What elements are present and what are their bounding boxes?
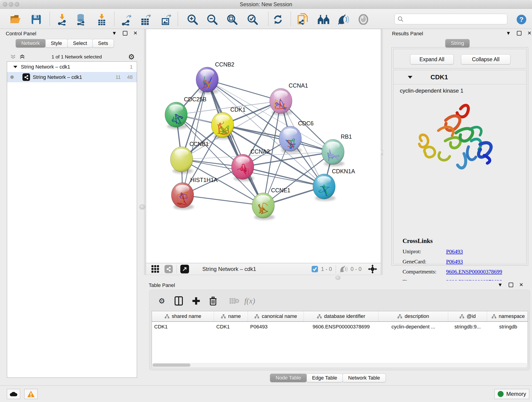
export-network-button[interactable] bbox=[120, 13, 133, 26]
genecard-link[interactable]: P06493 bbox=[446, 259, 463, 265]
cell-database-identifier[interactable]: 9606.ENSP00000378699 bbox=[304, 324, 379, 330]
network-badge-icon[interactable] bbox=[165, 265, 173, 273]
warnings-button[interactable] bbox=[24, 389, 38, 399]
tab-network[interactable]: Network bbox=[16, 39, 46, 48]
help-button[interactable]: ? bbox=[515, 13, 528, 26]
control-panel-menu-icon[interactable]: ▼ bbox=[112, 31, 117, 36]
delete-table-icon[interactable] bbox=[228, 295, 240, 307]
show-columns-icon[interactable] bbox=[173, 295, 185, 307]
network-node-rb1[interactable]: RB1 bbox=[322, 133, 352, 166]
table-panel-menu-icon[interactable]: ▼ bbox=[498, 282, 503, 287]
open-in-window-icon[interactable] bbox=[180, 265, 189, 274]
control-panel-float-icon[interactable] bbox=[123, 31, 127, 36]
cell-namespace[interactable]: stringdb bbox=[487, 324, 529, 330]
zoom-out-button[interactable] bbox=[206, 13, 219, 26]
table-options-gear-icon[interactable]: ⚙ bbox=[156, 295, 168, 307]
cell-name[interactable]: CDK1 bbox=[214, 324, 248, 330]
column-header-namespace[interactable]: namespace bbox=[487, 311, 529, 321]
pan-crosshair-icon[interactable] bbox=[367, 264, 378, 274]
column-header-shared-name[interactable]: shared name bbox=[152, 311, 214, 321]
collection-expand-icon[interactable] bbox=[13, 65, 18, 69]
results-panel-close-icon[interactable]: ✕ bbox=[527, 31, 532, 36]
save-session-button[interactable] bbox=[30, 13, 43, 26]
network-from-selection-button[interactable] bbox=[297, 13, 309, 26]
results-panel-menu-icon[interactable]: ▼ bbox=[506, 31, 511, 36]
network-node-ccnb2[interactable]: CCNB2 bbox=[196, 61, 234, 94]
cdk1-collapse-icon[interactable] bbox=[408, 75, 413, 79]
table-horizontal-scrollbar-thumb[interactable] bbox=[152, 364, 190, 367]
node-label-rb1: RB1 bbox=[341, 133, 352, 140]
import-table-button[interactable] bbox=[95, 13, 108, 26]
tab-edge-table[interactable]: Edge Table bbox=[306, 374, 343, 382]
memory-button[interactable]: Memory bbox=[494, 389, 529, 399]
tab-network-table[interactable]: Network Table bbox=[342, 374, 386, 382]
network-canvas[interactable]: CCNB2CCNA1CDC25BCDK1CDC6RB1CCNB1CCNA2CDK… bbox=[146, 29, 381, 263]
network-row[interactable]: String Network – cdk1 11 48 bbox=[7, 72, 137, 82]
main-toolbar: ? bbox=[0, 9, 532, 29]
network-node-ccne1[interactable]: CCNE1 bbox=[252, 187, 290, 220]
left-splitter-handle[interactable] bbox=[139, 204, 145, 210]
toolbar-separator bbox=[114, 12, 114, 26]
table-horizontal-scrollbar[interactable] bbox=[152, 363, 528, 367]
table-row[interactable]: CDK1CDK1P064939606.ENSP00000378699cyclin… bbox=[152, 322, 528, 332]
control-panel-close-icon[interactable]: ✕ bbox=[133, 31, 138, 36]
column-header-description[interactable]: description bbox=[379, 311, 448, 321]
first-neighbors-button[interactable] bbox=[317, 13, 330, 26]
show-all-button[interactable] bbox=[357, 13, 370, 26]
column-header-database-identifier[interactable]: database identifier bbox=[304, 311, 379, 321]
table-panel-close-icon[interactable]: ✕ bbox=[519, 282, 523, 287]
export-table-button[interactable] bbox=[139, 13, 152, 26]
export-image-button[interactable] bbox=[159, 13, 172, 26]
string-network-graph[interactable]: CCNB2CCNA1CDC25BCDK1CDC6RB1CCNB1CCNA2CDK… bbox=[146, 29, 381, 263]
column-header-canonical-name[interactable]: canonical name bbox=[248, 311, 304, 321]
compartments-link[interactable]: 9606.ENSP00000378699 bbox=[446, 269, 502, 275]
horizontal-splitter-handle[interactable] bbox=[336, 276, 341, 280]
results-panel-float-icon[interactable] bbox=[517, 31, 521, 36]
tab-style[interactable]: Style bbox=[45, 39, 68, 48]
function-builder-icon[interactable]: f(x) bbox=[244, 295, 256, 307]
column-header-name[interactable]: name bbox=[214, 311, 248, 321]
tab-string[interactable]: String bbox=[445, 39, 470, 48]
tab-node-table[interactable]: Node Table bbox=[270, 374, 307, 382]
delete-column-icon[interactable] bbox=[207, 295, 219, 307]
network-node-cdk1[interactable]: CDK1 bbox=[211, 106, 245, 139]
import-network-database-button[interactable] bbox=[75, 13, 88, 26]
left-splitter[interactable] bbox=[144, 29, 146, 275]
cell-canonical-name[interactable]: P06493 bbox=[248, 324, 304, 330]
cloud-status-button[interactable] bbox=[7, 389, 20, 399]
tab-select[interactable]: Select bbox=[67, 39, 93, 48]
uniprot-link[interactable]: P06493 bbox=[446, 249, 463, 255]
cell-description[interactable]: cyclin-dependent ... bbox=[379, 324, 448, 330]
selected-checkbox-icon[interactable] bbox=[311, 266, 318, 273]
gene-name: CDK1 bbox=[431, 74, 448, 81]
network-node-cdc6[interactable]: CDC6 bbox=[279, 120, 314, 153]
tab-sets[interactable]: Sets bbox=[92, 39, 114, 48]
collection-name: String Network – cdk1 bbox=[21, 64, 70, 70]
network-collection-row[interactable]: String Network – cdk1 1 bbox=[7, 62, 137, 72]
network-node-ccna1[interactable]: CCNA1 bbox=[270, 82, 308, 115]
open-session-button[interactable] bbox=[9, 13, 22, 26]
expand-all-icon[interactable] bbox=[19, 54, 25, 60]
network-node-hist1h1a[interactable]: HIST1H1A bbox=[171, 177, 218, 210]
apply-layout-button[interactable] bbox=[272, 13, 284, 26]
network-node-ccnb1[interactable]: CCNB1 bbox=[171, 141, 209, 174]
zoom-in-button[interactable] bbox=[186, 13, 199, 26]
zoom-fit-button[interactable] bbox=[226, 13, 239, 26]
network-node-cdkn1a[interactable]: CDKN1A bbox=[313, 168, 355, 201]
import-network-file-button[interactable] bbox=[56, 13, 69, 26]
cell-shared-name[interactable]: CDK1 bbox=[152, 324, 214, 330]
table-panel-float-icon[interactable] bbox=[509, 283, 513, 287]
collapse-all-icon[interactable] bbox=[10, 54, 16, 60]
birds-eye-view-icon[interactable] bbox=[151, 265, 159, 273]
network-options-gear-icon[interactable]: ⚙ bbox=[128, 53, 135, 61]
expand-all-button[interactable]: Expand All bbox=[410, 54, 454, 64]
search-box[interactable] bbox=[394, 14, 507, 24]
column-header--id[interactable]: @id bbox=[448, 311, 487, 321]
add-column-icon[interactable] bbox=[190, 295, 202, 307]
cell--id[interactable]: stringdb:9... bbox=[448, 324, 487, 330]
cdk1-section-header[interactable]: CDK1 bbox=[393, 70, 526, 84]
zoom-selected-button[interactable] bbox=[246, 13, 259, 26]
hide-selected-button[interactable] bbox=[337, 13, 350, 26]
collapse-all-button[interactable]: Collapse All bbox=[461, 54, 510, 64]
search-input[interactable] bbox=[406, 16, 504, 22]
